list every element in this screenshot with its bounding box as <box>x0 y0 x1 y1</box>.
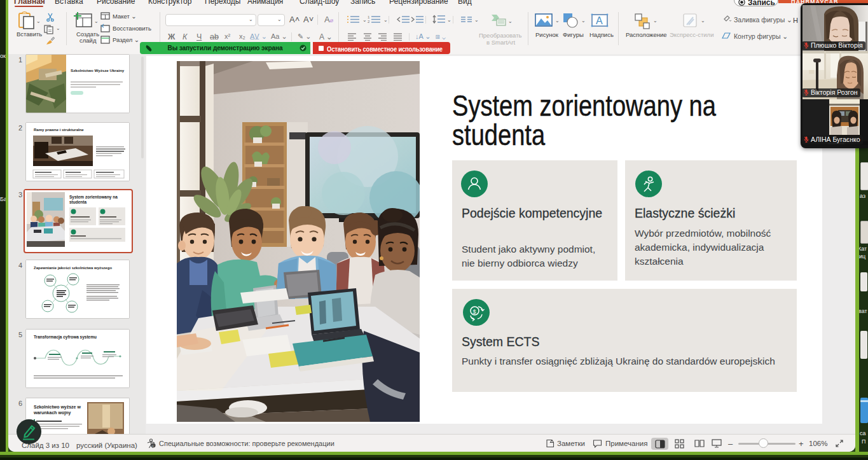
svg-text:2: 2 <box>368 20 370 24</box>
svg-text:$: $ <box>473 309 476 315</box>
svg-text:System zorientowany na: System zorientowany na <box>69 195 118 200</box>
svg-text:warunkach wojny: warunkach wojny <box>33 410 71 415</box>
svg-text:Ramy prawne i strukturalne: Ramy prawne i strukturalne <box>34 128 84 132</box>
svg-text:i: i <box>153 444 153 448</box>
svg-text:Szkolnictwo wyższe w: Szkolnictwo wyższe w <box>34 405 81 410</box>
svg-text:Szkolnictwo Wyższe Ukrainy: Szkolnictwo Wyższe Ukrainy <box>71 68 125 73</box>
svg-text:A: A <box>596 15 603 26</box>
svg-text:Zapewnianie jakości szkolnictw: Zapewnianie jakości szkolnictwa wyższego <box>34 266 112 270</box>
svg-text:studenta: studenta <box>69 200 86 204</box>
svg-text:Transformacja cyfrowa systemu: Transformacja cyfrowa systemu <box>34 335 97 340</box>
svg-text:1: 1 <box>368 15 370 19</box>
